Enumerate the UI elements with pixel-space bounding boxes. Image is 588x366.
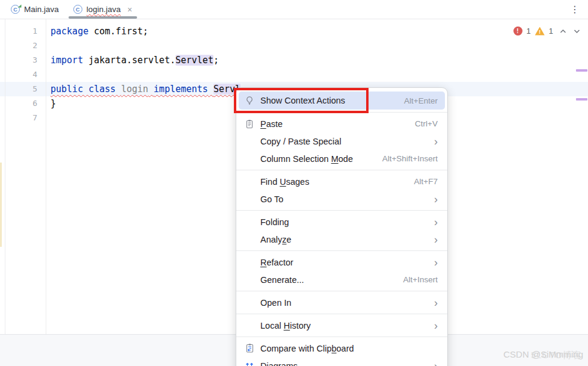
tab-login-java[interactable]: Clogin.java× [66,0,139,19]
code-text: package com.first; [46,24,149,39]
menu-item-shortcut: Alt+Enter [404,96,438,105]
code-line-3: 3import jakarta.servlet.Servlet; [0,53,588,67]
error-icon: ! [513,26,522,36]
menu-item-label: Folding [260,217,434,227]
menu-item-label: Local History [260,321,434,330]
submenu-arrow-icon: › [434,299,438,307]
java-class-icon: C [73,5,82,14]
menu-item-local-history[interactable]: Local History› [239,317,445,334]
menu-item-label: Show Context Actions [260,96,404,105]
menu-item-generate[interactable]: Generate...Alt+Insert [239,271,445,288]
more-options-kebab-icon[interactable]: ⋮ [562,4,588,15]
menu-item-label: Paste [260,119,415,129]
submenu-arrow-icon: › [434,321,438,330]
line-number[interactable]: 3 [0,53,46,67]
menu-separator [236,250,447,251]
code-text [46,67,51,82]
menu-item-shortcut: Alt+Insert [403,275,438,284]
menu-item-find-usages[interactable]: Find UsagesAlt+F7 [239,173,445,190]
menu-item-label: Copy / Paste Special [260,137,434,146]
submenu-arrow-icon: › [434,218,438,226]
menu-item-analyze[interactable]: Analyze› [239,231,445,248]
tab-main-java[interactable]: CMain.java [4,0,66,19]
editor-tab-bar: CMain.javaClogin.java×⋮ [0,0,588,19]
lightbulb-icon [245,96,260,105]
diagrams-icon [245,361,260,366]
menu-separator [236,314,447,314]
gutter-divider [46,19,46,334]
menu-item-folding[interactable]: Folding› [239,213,445,231]
tab-label: login.java [87,5,121,14]
submenu-arrow-icon: › [434,137,438,146]
submenu-arrow-icon: › [434,235,438,244]
occurrence-stripe-mark[interactable] [576,69,587,72]
line-number[interactable]: 7 [0,111,46,125]
menu-item-column-selection-mode[interactable]: Column Selection ModeAlt+Shift+Insert [239,150,445,167]
clipboard-compare-icon [245,343,260,353]
code-line-1: 1package com.first; [0,24,588,39]
line-number[interactable]: 1 [0,24,46,39]
tab-label: Main.java [24,5,59,14]
menu-item-open-in[interactable]: Open In› [239,294,445,311]
menu-item-paste[interactable]: PasteCtrl+V [239,115,445,132]
submenu-arrow-icon: › [434,195,438,203]
code-text: import jakarta.servlet.Servlet; [46,53,219,67]
java-class-run-icon: C [11,5,20,14]
menu-item-label: Generate... [260,275,403,285]
next-problem-chevron-down-icon[interactable] [573,28,581,34]
menu-item-label: Column Selection Mode [260,154,382,164]
menu-separator [236,337,447,337]
menu-item-shortcut: Alt+Shift+Insert [382,154,438,163]
code-text [46,39,51,53]
previous-problem-chevron-up-icon[interactable] [559,28,567,34]
left-change-marker [0,163,2,247]
code-text: public class login implements Servl [46,82,240,96]
menu-item-label: Diagrams [260,361,434,366]
code-line-4: 4 [0,67,588,82]
warning-count: 1 [549,26,553,36]
menu-item-refactor[interactable]: Refactor› [239,253,445,271]
code-text [46,111,51,125]
menu-separator [236,170,447,170]
line-number[interactable]: 2 [0,39,46,53]
menu-separator [236,291,447,291]
occurrence-stripe-mark[interactable] [576,98,587,101]
menu-item-go-to[interactable]: Go To› [239,190,445,208]
code-text: } [46,96,56,111]
menu-item-label: Go To [260,194,434,204]
ide-window: CMain.javaClogin.java×⋮ 1package com.fir… [0,0,588,366]
close-tab-icon[interactable]: × [127,5,132,14]
editor-context-menu: Show Context ActionsAlt+EnterPasteCtrl+V… [236,87,448,366]
menu-separator [236,210,447,211]
line-number[interactable]: 6 [0,96,46,111]
error-count: 1 [527,26,531,36]
menu-item-show-context-actions[interactable]: Show Context ActionsAlt+Enter [239,92,445,110]
menu-item-shortcut: Alt+F7 [414,177,438,186]
menu-item-shortcut: Ctrl+V [415,119,438,128]
line-number[interactable]: 5 [0,82,46,96]
inspections-widget[interactable]: ! 1 ! 1 [513,26,581,36]
menu-item-label: Find Usages [260,177,414,187]
submenu-arrow-icon: › [434,258,438,267]
menu-item-label: Open In [260,298,434,308]
menu-item-label: Refactor [260,258,434,267]
watermark-overlay: 51CTO博客 [531,350,582,361]
editor-left-divider [5,19,5,334]
menu-item-diagrams[interactable]: Diagrams› [239,357,445,366]
menu-item-label: Analyze [260,235,434,244]
watermark: CSDN @SiMmming 51CTO博客 [503,349,583,359]
clipboard-icon [245,119,260,129]
warning-icon: ! [535,27,545,36]
code-line-2: 2 [0,39,588,53]
submenu-arrow-icon: › [434,362,438,366]
menu-separator [236,112,447,113]
menu-item-label: Compare with Clipboard [260,344,438,353]
menu-item-compare-with-clipboard[interactable]: Compare with Clipboard [239,340,445,357]
line-number[interactable]: 4 [0,67,46,82]
menu-item-copy-paste-special[interactable]: Copy / Paste Special› [239,132,445,150]
